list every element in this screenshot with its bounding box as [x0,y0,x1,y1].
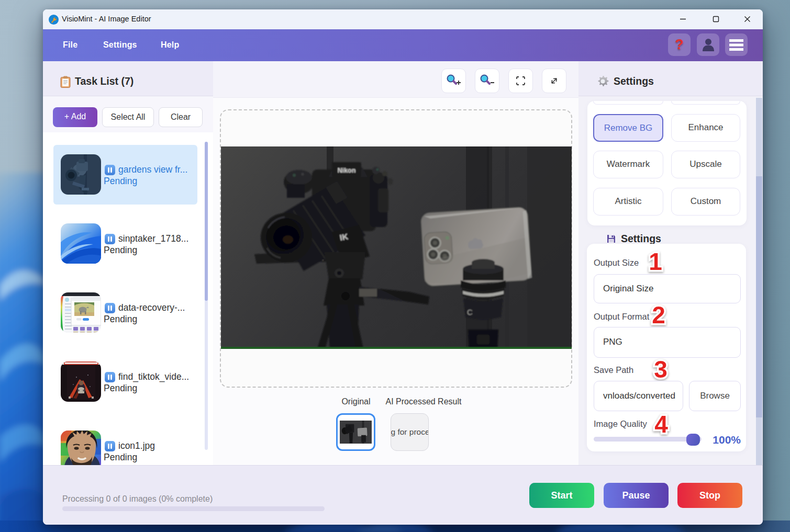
svg-text:1: 1 [649,248,662,275]
svg-text:Nikon: Nikon [338,167,356,174]
svg-text:C: C [467,308,473,316]
svg-text:2: 2 [652,301,665,329]
svg-text:3: 3 [654,356,667,383]
svg-text:4: 4 [654,411,668,438]
